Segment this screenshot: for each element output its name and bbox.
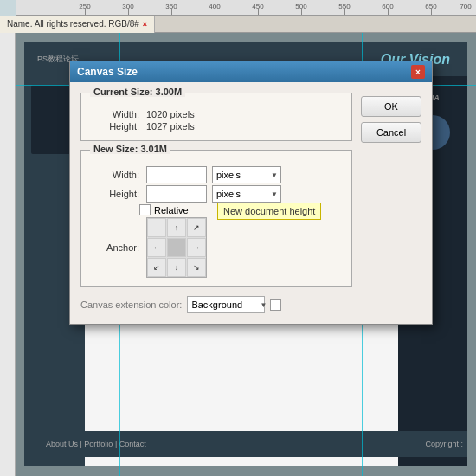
tab-close-icon[interactable]: ×	[143, 20, 147, 29]
relative-checkbox-wrapper: Relative	[139, 204, 189, 215]
dialog-title: Canvas Size	[77, 66, 138, 78]
height-unit-dropdown[interactable]: pixels inches cm	[212, 185, 281, 203]
canvas-ext-dropdown[interactable]: Background Foreground White Black Other.…	[187, 296, 265, 313]
tab-label: Name. All rights reserved. RGB/8#	[7, 19, 139, 29]
relative-label: Relative	[154, 205, 189, 215]
anchor-arrow-up: ↑	[175, 223, 179, 232]
dialog-titlebar: Canvas Size ×	[70, 61, 432, 82]
current-height-value: 1027 pixels	[146, 121, 195, 132]
page-background: Name. All rights reserved. RGB/8# × 250 …	[0, 0, 476, 476]
dialog-close-button[interactable]: ×	[411, 65, 425, 79]
current-size-label: Current Size: 3.00M	[90, 87, 185, 97]
anchor-cell-mc[interactable]	[167, 238, 186, 257]
current-width-row: Width: 1020 pixels	[92, 109, 341, 119]
anchor-cell-tr[interactable]: ↗	[187, 218, 206, 237]
anchor-cell-br[interactable]: ↘	[187, 258, 206, 277]
anchor-arrow-bl: ↙	[153, 263, 160, 272]
anchor-cell-bl[interactable]: ↙	[147, 258, 166, 277]
anchor-cell-mr[interactable]: →	[187, 238, 206, 257]
width-unit-wrapper: pixels inches cm ▼	[207, 166, 281, 183]
tooltip: New document height	[217, 203, 321, 220]
relative-checkbox[interactable]	[139, 204, 151, 215]
new-width-input[interactable]: 1020	[146, 166, 207, 183]
anchor-arrow-br: ↘	[193, 263, 200, 272]
anchor-cell-ml[interactable]: ←	[147, 238, 166, 257]
footer-right: Copyright :	[425, 440, 463, 448]
dialog-buttons: OK Cancel	[361, 93, 421, 313]
active-tab[interactable]: Name. All rights reserved. RGB/8# ×	[0, 16, 155, 33]
anchor-cell-tc[interactable]: ↑	[167, 218, 186, 237]
anchor-cell-tl[interactable]	[147, 218, 166, 237]
height-unit-wrapper: pixels inches cm ▼	[207, 185, 281, 203]
current-width-label: Width:	[92, 109, 139, 119]
width-unit-dropdown[interactable]: pixels inches cm	[212, 166, 281, 183]
current-height-label: Height:	[92, 121, 139, 132]
new-size-section: New Size: 3.01M Width: 1020 pixels inche…	[80, 150, 352, 287]
anchor-arrow-tr: ↗	[193, 223, 200, 232]
mockup-footer: About Us | Portfolio | Contact Copyright…	[33, 431, 467, 457]
new-width-label: Width:	[92, 170, 139, 180]
canvas-ext-dropdown-wrapper: Background Foreground White Black Other.…	[187, 296, 270, 313]
current-width-value: 1020 pixels	[146, 109, 195, 119]
anchor-grid: ↑ ↗ ← →	[146, 217, 207, 278]
ok-button[interactable]: OK	[361, 96, 421, 117]
tooltip-text: New document height	[223, 206, 315, 216]
new-size-label: New Size: 3.01M	[90, 144, 170, 154]
cancel-button[interactable]: Cancel	[361, 122, 421, 143]
current-height-row: Height: 1027 pixels	[92, 121, 341, 132]
canvas-size-dialog: Canvas Size × Current Size: 3.00M Width:…	[69, 61, 433, 325]
footer-left: About Us | Portfolio | Contact	[46, 440, 146, 448]
anchor-row: Anchor: ↑ ↗	[92, 217, 341, 278]
relative-row: Relative New document height	[139, 204, 341, 215]
canvas-extension-row: Canvas extension color: Background Foreg…	[80, 296, 352, 313]
anchor-cell-bc[interactable]: ↓	[167, 258, 186, 277]
ruler-top: 250 300 350 400 450 500 550 600 650 700	[16, 0, 476, 16]
anchor-label: Anchor:	[92, 242, 139, 253]
dialog-body: Current Size: 3.00M Width: 1020 pixels H…	[70, 82, 432, 324]
new-width-row: Width: 1020 pixels inches cm ▼	[92, 166, 341, 183]
anchor-arrow-left: ←	[153, 243, 161, 252]
anchor-arrow-right: →	[193, 243, 201, 252]
anchor-arrow-down: ↓	[175, 263, 179, 272]
current-size-section: Current Size: 3.00M Width: 1020 pixels H…	[80, 93, 352, 141]
new-height-row: Height: 1030 pixels inches cm ▼	[92, 185, 341, 203]
tab-bar: Name. All rights reserved. RGB/8# ×	[0, 16, 476, 33]
new-height-label: Height:	[92, 189, 139, 199]
new-height-input[interactable]: 1030	[146, 185, 207, 203]
canvas-ext-checkbox[interactable]	[270, 299, 281, 311]
ruler-left	[0, 33, 16, 476]
canvas-ext-label: Canvas extension color:	[80, 299, 182, 310]
